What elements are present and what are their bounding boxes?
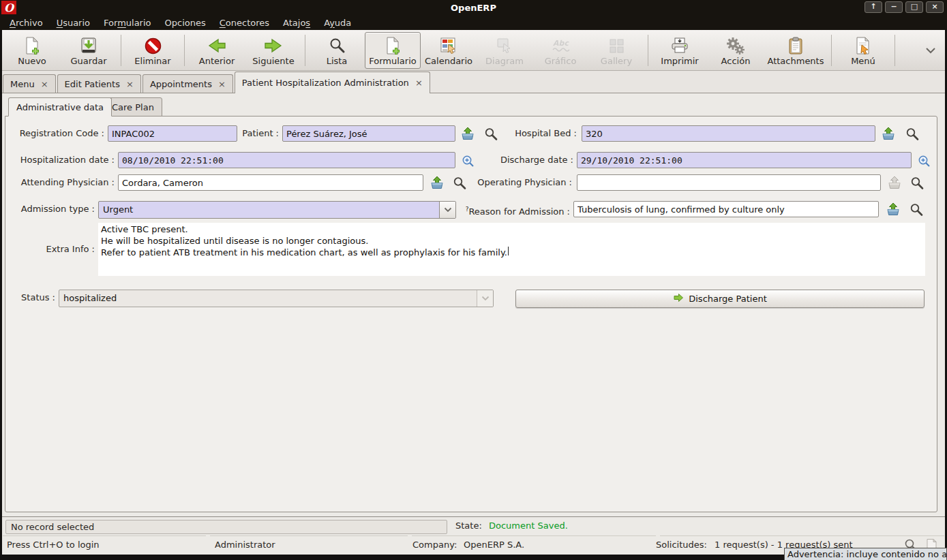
company-label: Company: — [412, 540, 457, 550]
tab-label: Patient Hospitalization Administration — [242, 78, 409, 88]
form-view-button[interactable]: Formulario — [365, 32, 421, 69]
tab-edit-patients[interactable]: Edit Patients × — [57, 74, 141, 93]
extra-info-textarea[interactable]: Active TBC present. He will be hospitali… — [98, 223, 925, 276]
menu-usuario[interactable]: Usuario — [50, 16, 97, 29]
shade-window-icon[interactable]: ↑ — [865, 1, 882, 13]
tab-administrative-data[interactable]: Administrative data — [8, 97, 112, 116]
chevron-down-icon[interactable] — [439, 202, 455, 218]
menu-bar: Archivo Usuario Formulario Opciones Cone… — [0, 15, 947, 30]
close-tab-icon[interactable]: × — [218, 79, 226, 89]
discharge-patient-label: Discharge Patient — [689, 294, 767, 304]
menu-archivo[interactable]: Archivo — [3, 16, 50, 29]
search-physician-icon[interactable] — [910, 176, 925, 191]
menu-document-icon — [854, 35, 872, 56]
search-reason-icon[interactable] — [909, 202, 924, 217]
delete-button[interactable]: Eliminar — [125, 32, 181, 69]
tab-label: Edit Patients — [65, 79, 120, 89]
open-resource-icon[interactable] — [460, 126, 475, 141]
registration-code-label: Registration Code : — [12, 125, 104, 142]
hospital-bed-label: Hospital Bed : — [509, 125, 577, 142]
tab-patient-hospitalization[interactable]: Patient Hospitalization Administration × — [235, 72, 430, 93]
new-button[interactable]: Nuevo — [4, 32, 60, 69]
status-bar: No record selected State: Document Saved… — [0, 516, 947, 535]
tab-label: Appointments — [150, 79, 212, 89]
open-resource-icon[interactable] — [430, 175, 445, 190]
toolbar-separator — [305, 35, 305, 66]
patient-input[interactable] — [282, 125, 455, 142]
close-tab-icon[interactable]: × — [41, 79, 48, 89]
minimize-window-icon[interactable]: − — [885, 1, 903, 13]
state-value: Document Saved. — [489, 520, 568, 531]
gallery-icon — [608, 35, 625, 56]
toolbar-overflow-chevron-icon[interactable] — [921, 46, 947, 56]
attending-physician-label: Attending Physician : — [12, 174, 115, 191]
date-picker-icon[interactable] — [460, 153, 475, 168]
maximize-window-icon[interactable]: □ — [905, 1, 923, 13]
window-title: OpenERP — [0, 0, 947, 15]
toolbar: Nuevo Guardar Eliminar Anterior — [0, 30, 947, 71]
diagram-icon — [496, 35, 513, 56]
status-value: hospitalized — [59, 290, 477, 307]
date-picker-icon[interactable] — [916, 153, 931, 168]
admission-type-select[interactable]: Urgent — [98, 201, 456, 219]
save-icon — [80, 35, 97, 56]
warning-tooltip: Advertencia: incluye contenido no au — [784, 548, 947, 560]
action-button[interactable]: Acción — [708, 32, 764, 69]
title-bar: O OpenERP ↑ − □ × — [0, 0, 947, 15]
tab-label: Menu — [10, 79, 35, 89]
close-tab-icon[interactable]: × — [126, 79, 134, 89]
print-button[interactable]: Imprimir — [652, 32, 708, 69]
calendar-view-button[interactable]: Calendario — [421, 32, 477, 69]
search-physician-icon[interactable] — [452, 176, 467, 191]
search-bed-icon[interactable] — [905, 127, 920, 142]
diagram-view-button: Diagram — [477, 32, 532, 69]
hospital-bed-input[interactable] — [582, 125, 875, 142]
clipboard-icon — [787, 35, 804, 56]
tab-menu[interactable]: Menu × — [3, 74, 56, 93]
next-button[interactable]: Siguiente — [245, 32, 301, 69]
delete-icon — [144, 35, 162, 56]
list-view-button[interactable]: Lista — [309, 32, 365, 69]
toolbar-separator — [831, 35, 832, 66]
menu-ayuda[interactable]: Ayuda — [317, 16, 358, 29]
menu-formulario[interactable]: Formulario — [97, 16, 158, 29]
discharge-patient-button[interactable]: Discharge Patient — [515, 290, 925, 308]
attachments-button[interactable]: Attachments — [764, 32, 828, 69]
search-patient-icon[interactable] — [483, 127, 498, 142]
close-window-icon[interactable]: × — [926, 1, 944, 13]
administrative-data-page: Registration Code : Patient : Hospital B… — [5, 116, 937, 512]
tab-care-plan[interactable]: Care Plan — [104, 97, 162, 116]
reason-for-admission-input[interactable] — [573, 201, 879, 217]
arrow-left-icon — [207, 35, 226, 56]
attending-physician-input[interactable] — [118, 174, 423, 191]
open-resource-icon[interactable] — [881, 126, 896, 141]
menu-view-button[interactable]: Menú — [835, 32, 891, 69]
open-resource-disabled-icon — [887, 175, 902, 190]
save-button[interactable]: Guardar — [60, 32, 117, 69]
gears-icon — [726, 35, 745, 56]
open-resource-icon[interactable] — [886, 202, 901, 217]
hospitalization-date-label: Hospitalization date : — [12, 152, 115, 168]
arrow-right-icon — [264, 35, 283, 56]
arrow-right-green-icon — [673, 293, 684, 305]
discharge-date-input[interactable] — [577, 152, 912, 168]
close-tab-icon[interactable]: × — [415, 78, 423, 88]
menu-opciones[interactable]: Opciones — [158, 16, 213, 29]
new-document-icon — [23, 35, 41, 56]
menu-conectores[interactable]: Conectores — [213, 16, 276, 29]
menu-atajos[interactable]: Atajos — [276, 16, 317, 29]
svg-text:Abc: Abc — [553, 39, 569, 48]
admission-type-label: Admission type : — [12, 201, 95, 217]
registration-code-input[interactable] — [108, 125, 237, 142]
tab-appointments[interactable]: Appointments × — [142, 74, 233, 93]
hospitalization-date-input[interactable] — [118, 152, 455, 168]
reason-for-admission-label: ?Reason for Admission : — [460, 201, 570, 217]
patient-label: Patient : — [241, 125, 279, 142]
form-view-area: Administrative data Care Plan Registrati… — [0, 93, 947, 516]
form-document-icon — [384, 35, 402, 56]
operating-physician-input[interactable] — [577, 174, 881, 191]
previous-button[interactable]: Anterior — [188, 32, 245, 69]
requests-label: Solicitudes: — [656, 540, 707, 550]
workspace-tab-bar: Menu × Edit Patients × Appointments × Pa… — [0, 71, 947, 93]
company-value: OpenERP S.A. — [464, 540, 524, 550]
